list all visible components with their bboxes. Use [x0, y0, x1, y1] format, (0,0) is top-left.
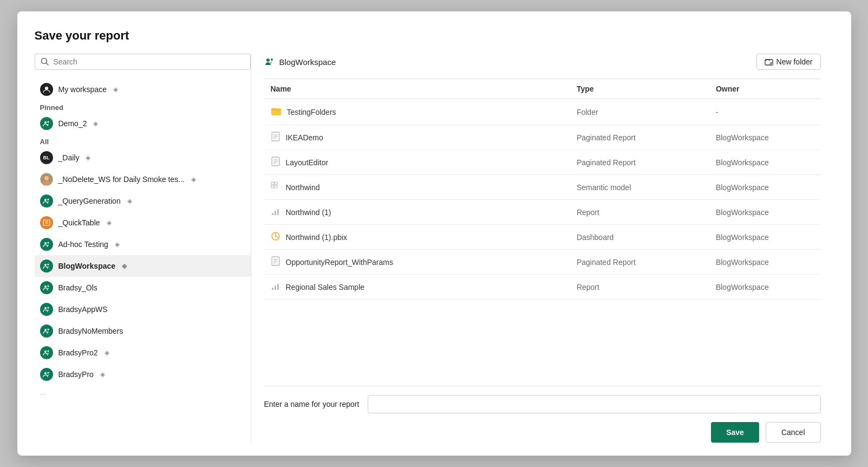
table-row[interactable]: Northwind (1) ReportBlogWorkspace — [264, 200, 821, 225]
bradsy-pro-diamond: ◈ — [100, 371, 105, 378]
bottom-area: Enter a name for your report Save Cancel — [264, 386, 821, 443]
new-folder-button[interactable]: New folder — [756, 54, 821, 70]
sidebar-item-query[interactable]: _QueryGeneration ◈ — [35, 190, 251, 212]
svg-point-20 — [47, 329, 49, 330]
file-icon — [271, 106, 282, 118]
report-name-row: Enter a name for your report — [264, 395, 821, 413]
svg-point-9 — [47, 199, 49, 200]
sidebar-item-daily[interactable]: BL _Daily ◈ — [35, 147, 251, 168]
sidebar-item-adhoc[interactable]: Ad-hoc Testing ◈ — [35, 234, 251, 255]
svg-rect-46 — [277, 209, 279, 215]
query-label: _QueryGeneration — [58, 197, 121, 205]
adhoc-label: Ad-hoc Testing — [58, 240, 108, 249]
file-name-cell: Northwind (1) — [264, 200, 570, 225]
file-icon — [271, 132, 280, 143]
bradsy-pro-label: BradsyPro — [58, 370, 94, 379]
sidebar-item-bradsy-pro2[interactable]: BradsyPro2 ◈ — [35, 342, 251, 364]
demo2-icon — [40, 117, 53, 130]
save-button[interactable]: Save — [711, 422, 759, 443]
workspace-icon — [264, 56, 275, 67]
file-owner-cell: BlogWorkspace — [709, 175, 821, 200]
nodelete-icon — [40, 173, 53, 186]
blogworkspace-diamond: ◈ — [122, 262, 127, 270]
file-type-cell: Paginated Report — [570, 150, 709, 175]
svg-rect-43 — [275, 185, 277, 188]
file-name: IKEADemo — [286, 133, 323, 142]
col-owner: Owner — [709, 79, 821, 99]
daily-icon: BL — [40, 151, 53, 164]
file-name-cell: IKEADemo — [264, 125, 570, 150]
quicktable-diamond: ◈ — [107, 219, 112, 226]
save-dialog: Save your report — [17, 11, 851, 456]
svg-point-11 — [44, 242, 47, 244]
pinned-section-label: Pinned — [35, 100, 251, 113]
nodelete-diamond: ◈ — [191, 176, 196, 183]
file-name-cell: Regional Sales Sample — [264, 275, 570, 300]
svg-line-1 — [46, 63, 48, 66]
search-box — [35, 54, 251, 70]
svg-point-15 — [44, 286, 47, 288]
main-content: BlogWorkspace New folder — [251, 54, 834, 443]
table-row[interactable]: TestingFolders Folder- — [264, 99, 821, 125]
sidebar-item-demo2[interactable]: Demo_2 ◈ — [35, 113, 251, 134]
adhoc-diamond: ◈ — [115, 241, 120, 248]
blogworkspace-label: BlogWorkspace — [58, 262, 116, 270]
table-row[interactable]: IKEADemo Paginated ReportBlogWorkspace — [264, 125, 821, 150]
file-name-cell: OpportunityReport_WithParams — [264, 250, 570, 275]
svg-rect-44 — [272, 213, 273, 215]
table-row[interactable]: Regional Sales Sample ReportBlogWorkspac… — [264, 275, 821, 300]
search-icon — [41, 57, 49, 66]
my-workspace-label: My workspace — [58, 85, 107, 94]
file-icon — [271, 157, 280, 168]
bradsy-no-icon — [40, 325, 53, 338]
svg-point-21 — [44, 351, 47, 353]
sidebar-item-bradsy-pro[interactable]: BradsyPro ◈ — [35, 364, 251, 385]
svg-point-25 — [266, 59, 270, 62]
report-name-input[interactable] — [368, 395, 820, 413]
sidebar-item-bradsy-no[interactable]: BradsyNoMembers — [35, 320, 251, 342]
sidebar-item-nodelete[interactable]: _NoDelete_WS for Daily Smoke tes... ◈ — [35, 168, 251, 190]
quicktable-label: _QuickTable — [58, 218, 100, 227]
my-workspace-item[interactable]: My workspace ◈ — [35, 79, 251, 100]
svg-rect-53 — [275, 286, 276, 290]
sidebar-item-bradsy-app[interactable]: BradsyAppWS — [35, 299, 251, 320]
file-icon — [271, 206, 280, 218]
file-name: OpportunityReport_WithParams — [286, 258, 393, 267]
table-row[interactable]: OpportunityReport_WithParams Paginated R… — [264, 250, 821, 275]
action-buttons: Save Cancel — [264, 422, 821, 443]
demo2-label: Demo_2 — [58, 119, 87, 128]
demo2-diamond: ◈ — [93, 120, 98, 127]
svg-rect-45 — [275, 211, 276, 215]
table-row[interactable]: LayoutEditor Paginated ReportBlogWorkspa… — [264, 150, 821, 175]
search-input[interactable] — [54, 57, 245, 66]
bradsy-pro-icon — [40, 368, 53, 381]
table-row[interactable]: Northwind Semantic modelBlogWorkspace — [264, 175, 821, 200]
file-type-cell: Report — [570, 200, 709, 225]
bradsy-ols-label: Bradsy_Ols — [58, 283, 97, 292]
breadcrumb: BlogWorkspace — [264, 56, 336, 67]
svg-rect-52 — [272, 288, 273, 290]
file-owner-cell: BlogWorkspace — [709, 275, 821, 300]
svg-point-23 — [44, 372, 47, 374]
sidebar-item-blogworkspace[interactable]: BlogWorkspace ◈ — [35, 255, 251, 277]
file-type-cell: Paginated Report — [570, 125, 709, 150]
daily-diamond: ◈ — [86, 154, 90, 161]
file-owner-cell: BlogWorkspace — [709, 150, 821, 175]
cancel-button[interactable]: Cancel — [766, 422, 821, 443]
svg-point-19 — [44, 329, 47, 331]
svg-point-6 — [44, 176, 49, 180]
new-folder-label: New folder — [776, 57, 813, 66]
sidebar-item-bradsy-ols[interactable]: Bradsy_Ols — [35, 277, 251, 299]
my-workspace-diamond: ◈ — [113, 86, 118, 93]
table-row[interactable]: Northwind (1).pbix DashboardBlogWorkspac… — [264, 225, 821, 250]
sidebar-item-quicktable[interactable]: _QuickTable ◈ — [35, 212, 251, 234]
sidebar: My workspace ◈ Pinned Demo_2 — [35, 54, 251, 443]
svg-point-4 — [47, 121, 49, 123]
file-name: Regional Sales Sample — [286, 283, 365, 291]
file-icon — [271, 231, 280, 243]
file-name: Northwind — [286, 183, 320, 192]
file-type-cell: Report — [570, 275, 709, 300]
svg-rect-42 — [271, 185, 274, 188]
svg-point-18 — [47, 307, 49, 309]
new-folder-icon — [765, 57, 773, 66]
